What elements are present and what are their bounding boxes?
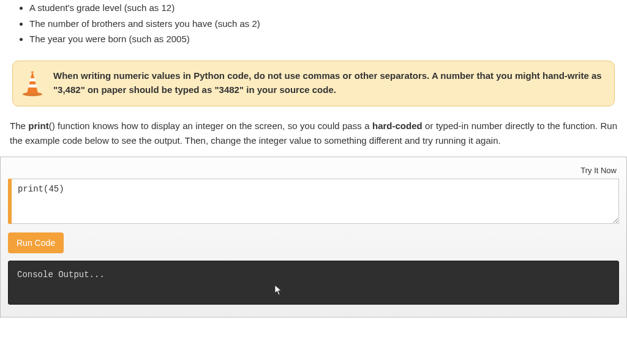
paragraph-text: The (10, 121, 28, 131)
console-output: Console Output... (8, 261, 619, 305)
svg-point-1 (31, 71, 34, 73)
traffic-cone-icon (21, 70, 43, 98)
code-panel: Try It Now Run Code Console Output... (0, 157, 627, 318)
list-item: A student's grade level (such as 12) (29, 0, 618, 16)
paragraph-text: () function knows how to display an inte… (49, 121, 372, 131)
callout-text: When writing numeric values in Python co… (53, 69, 603, 97)
bullet-list: A student's grade level (such as 12) The… (9, 0, 618, 47)
code-editor-container (8, 179, 619, 224)
paragraph-bold: print (28, 121, 48, 131)
list-item: The year you were born (such as 2005) (29, 31, 618, 47)
instruction-paragraph: The print() function knows how to displa… (10, 119, 617, 148)
paragraph-bold: hard-coded (372, 121, 422, 131)
callout-box: When writing numeric values in Python co… (12, 61, 615, 106)
list-item: The number of brothers and sisters you h… (29, 16, 618, 32)
run-code-button[interactable]: Run Code (8, 232, 64, 253)
code-editor[interactable] (12, 179, 619, 224)
try-it-now-label: Try It Now (8, 166, 619, 179)
